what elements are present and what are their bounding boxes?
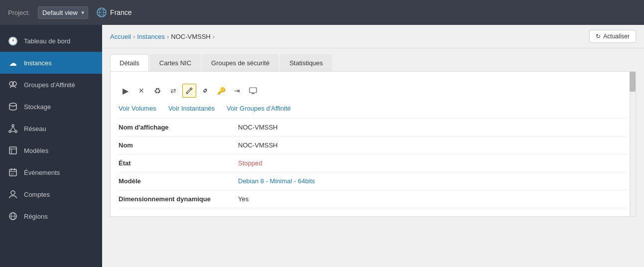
svg-point-22	[11, 191, 15, 195]
tab-statistiques[interactable]: Statistiques	[280, 54, 332, 71]
breadcrumb: Accueil › Instances › NOC-VMSSH ›	[110, 33, 215, 40]
detail-row-modele: Modèle Debian 8 - Minimal - 64bits	[119, 172, 628, 190]
sidebar-item-instances[interactable]: ☁ Instances	[0, 52, 102, 74]
breadcrumb-instances[interactable]: Instances	[137, 33, 165, 40]
scrollbar-thumb[interactable]	[630, 72, 636, 92]
globe-icon	[96, 7, 107, 18]
sidebar-label-comptes: Comptes	[24, 191, 50, 198]
sidebar-label-evenements: Événements	[24, 169, 60, 176]
refresh-button[interactable]: ↻ Actualiser	[589, 30, 636, 43]
sidebar-label-tableau-de-bord: Tableau de bord	[24, 37, 70, 45]
tab-groupes-securite[interactable]: Groupes de sécurité	[202, 54, 279, 71]
region-display: France	[96, 7, 132, 18]
edit-button[interactable]	[182, 84, 196, 98]
link-button[interactable]	[198, 84, 212, 98]
stop-button[interactable]: ✕	[134, 84, 148, 98]
link-icon	[201, 87, 209, 95]
regions-icon	[8, 211, 18, 221]
region-name: France	[110, 8, 132, 16]
detail-row-dimensionnement: Dimensionnement dynamique Yes	[119, 190, 628, 208]
value-dimensionnement: Yes	[238, 195, 249, 203]
tab-bar: Détails Cartes NIC Groupes de sécurité S…	[110, 54, 636, 72]
svg-rect-27	[250, 88, 257, 93]
migrate-button[interactable]: ⇄	[166, 84, 180, 98]
sidebar-label-instances: Instances	[24, 59, 52, 67]
label-etat: État	[119, 159, 238, 167]
templates-icon	[8, 145, 18, 155]
detail-row-etat: État Stopped	[119, 154, 628, 172]
breadcrumb-current: NOC-VMSSH	[171, 33, 210, 40]
monitor-button[interactable]	[246, 84, 260, 98]
label-dimensionnement: Dimensionnement dynamique	[119, 195, 238, 203]
sidebar-label-modeles: Modèles	[24, 147, 48, 154]
sidebar-item-stockage[interactable]: Stockage	[0, 96, 102, 118]
project-label: Project:	[8, 9, 30, 16]
label-nom-affichage: Nom d'affichage	[119, 124, 238, 131]
svg-point-9	[9, 131, 11, 133]
key-button[interactable]: 🔑	[214, 84, 228, 98]
console-button[interactable]: ⇥	[230, 84, 244, 98]
value-nom: NOC-VMSSH	[238, 141, 277, 149]
breadcrumb-sep-2: ›	[167, 33, 169, 40]
clock-icon: 🕐	[8, 36, 18, 46]
sidebar-item-groupes-affinite[interactable]: Groupes d'Affinité	[0, 74, 102, 96]
network-icon	[8, 124, 18, 134]
detail-panel: ▶ ✕ ♻ ⇄	[110, 72, 636, 217]
label-nom: Nom	[119, 141, 238, 149]
voir-volumes-link[interactable]: Voir Volumes	[119, 105, 156, 112]
svg-point-6	[12, 82, 16, 86]
svg-point-7	[9, 103, 16, 106]
svg-point-10	[15, 131, 17, 133]
breadcrumb-bar: Accueil › Instances › NOC-VMSSH › ↻ Actu…	[102, 25, 644, 48]
svg-point-8	[12, 125, 14, 127]
sidebar-item-modeles[interactable]: Modèles	[0, 139, 102, 161]
sidebar-label-reseau: Réseau	[24, 125, 46, 133]
sidebar-label-groupes-affinite: Groupes d'Affinité	[24, 81, 75, 89]
sidebar: 🕐 Tableau de bord ☁ Instances Groupes d'…	[0, 25, 102, 267]
voir-groupes-affinite-link[interactable]: Voir Groupes d'Affinité	[227, 105, 291, 112]
tab-cartes-nic[interactable]: Cartes NIC	[150, 54, 201, 71]
value-modele[interactable]: Debian 8 - Minimal - 64bits	[238, 177, 315, 185]
refresh-icon: ↻	[596, 33, 601, 40]
svg-rect-14	[9, 147, 16, 154]
toolbar-links: Voir Volumes Voir Instantanés Voir Group…	[119, 102, 628, 118]
breadcrumb-sep-1: ›	[133, 33, 135, 40]
calendar-icon: 17	[8, 167, 18, 177]
tab-details[interactable]: Détails	[110, 54, 149, 71]
user-icon	[8, 189, 18, 199]
cloud-icon: ☁	[8, 58, 18, 68]
scrollbar-track[interactable]	[630, 72, 636, 216]
detail-table: Nom d'affichage NOC-VMSSH Nom NOC-VMSSH …	[119, 118, 628, 208]
sidebar-item-regions[interactable]: Régions	[0, 205, 102, 227]
breadcrumb-sep-3: ›	[213, 33, 215, 40]
content-area: Détails Cartes NIC Groupes de sécurité S…	[102, 48, 644, 267]
svg-line-11	[10, 127, 13, 131]
project-select-wrap[interactable]: Default view ▼	[38, 6, 88, 19]
main-content: Accueil › Instances › NOC-VMSSH › ↻ Actu…	[102, 25, 644, 267]
refresh-label: Actualiser	[603, 33, 630, 40]
restart-button[interactable]: ♻	[150, 84, 164, 98]
value-nom-affichage: NOC-VMSSH	[238, 124, 277, 131]
svg-text:17: 17	[11, 172, 14, 175]
sidebar-label-stockage: Stockage	[24, 103, 51, 111]
voir-instantanes-link[interactable]: Voir Instantanés	[168, 105, 215, 112]
sidebar-label-regions: Régions	[24, 213, 48, 220]
topbar: Project: Default view ▼ France	[0, 0, 644, 25]
storage-icon	[8, 102, 18, 112]
detail-row-nom: Nom NOC-VMSSH	[119, 136, 628, 154]
sidebar-item-tableau-de-bord[interactable]: 🕐 Tableau de bord	[0, 30, 102, 52]
project-select[interactable]: Default view	[38, 6, 88, 19]
label-modele: Modèle	[119, 177, 238, 185]
value-etat: Stopped	[238, 159, 262, 167]
sidebar-item-reseau[interactable]: Réseau	[0, 118, 102, 139]
svg-line-12	[13, 127, 15, 131]
play-button[interactable]: ▶	[119, 84, 132, 98]
breadcrumb-home[interactable]: Accueil	[110, 33, 131, 40]
detail-row-nom-affichage: Nom d'affichage NOC-VMSSH	[119, 119, 628, 136]
toolbar: ▶ ✕ ♻ ⇄	[119, 80, 628, 102]
sidebar-item-evenements[interactable]: 17 Événements	[0, 161, 102, 183]
app-layout: 🕐 Tableau de bord ☁ Instances Groupes d'…	[0, 25, 644, 267]
edit-icon	[185, 87, 193, 95]
monitor-icon	[249, 87, 257, 95]
sidebar-item-comptes[interactable]: Comptes	[0, 183, 102, 205]
